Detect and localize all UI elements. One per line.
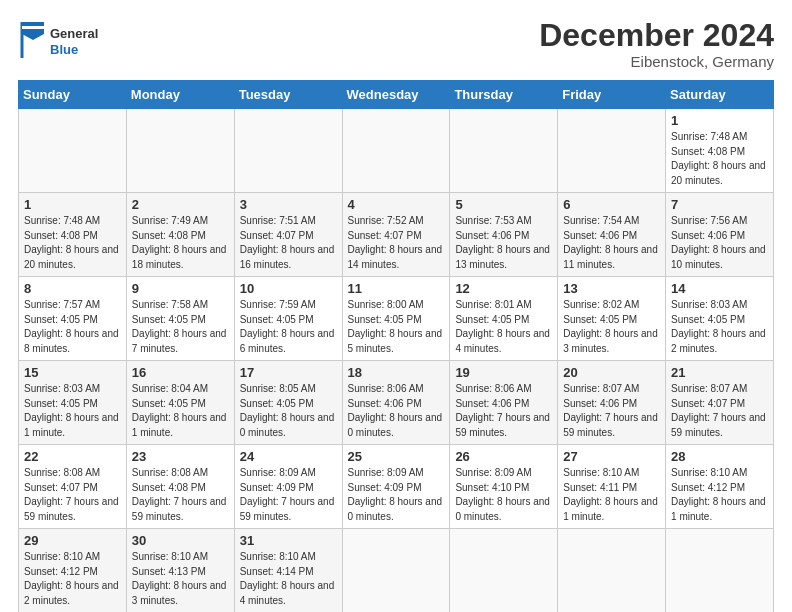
calendar-cell [558,529,666,612]
day-number: 19 [455,365,552,380]
day-info: Sunrise: 8:10 AMSunset: 4:14 PMDaylight:… [240,550,337,608]
calendar-cell: 23Sunrise: 8:08 AMSunset: 4:08 PMDayligh… [126,445,234,529]
calendar-cell: 29Sunrise: 8:10 AMSunset: 4:12 PMDayligh… [19,529,127,612]
calendar-cell: 1Sunrise: 7:48 AMSunset: 4:08 PMDaylight… [666,109,774,193]
day-number: 27 [563,449,660,464]
day-number: 21 [671,365,768,380]
day-number: 22 [24,449,121,464]
calendar-week-row: 1Sunrise: 7:48 AMSunset: 4:08 PMDaylight… [19,193,774,277]
svg-text:Blue: Blue [50,42,78,57]
day-info: Sunrise: 7:56 AMSunset: 4:06 PMDaylight:… [671,214,768,272]
calendar-week-row: 29Sunrise: 8:10 AMSunset: 4:12 PMDayligh… [19,529,774,612]
day-info: Sunrise: 7:48 AMSunset: 4:08 PMDaylight:… [671,130,768,188]
calendar-cell: 1Sunrise: 7:48 AMSunset: 4:08 PMDaylight… [19,193,127,277]
day-info: Sunrise: 8:10 AMSunset: 4:12 PMDaylight:… [24,550,121,608]
day-number: 13 [563,281,660,296]
day-number: 25 [348,449,445,464]
day-info: Sunrise: 8:07 AMSunset: 4:07 PMDaylight:… [671,382,768,440]
day-number: 6 [563,197,660,212]
day-number: 2 [132,197,229,212]
calendar-header-row: Sunday Monday Tuesday Wednesday Thursday… [19,81,774,109]
calendar-cell: 15Sunrise: 8:03 AMSunset: 4:05 PMDayligh… [19,361,127,445]
day-info: Sunrise: 8:09 AMSunset: 4:09 PMDaylight:… [348,466,445,524]
day-number: 9 [132,281,229,296]
calendar-cell: 16Sunrise: 8:04 AMSunset: 4:05 PMDayligh… [126,361,234,445]
day-number: 8 [24,281,121,296]
day-info: Sunrise: 8:04 AMSunset: 4:05 PMDaylight:… [132,382,229,440]
calendar-cell: 13Sunrise: 8:02 AMSunset: 4:05 PMDayligh… [558,277,666,361]
calendar-cell: 4Sunrise: 7:52 AMSunset: 4:07 PMDaylight… [342,193,450,277]
calendar-cell: 8Sunrise: 7:57 AMSunset: 4:05 PMDaylight… [19,277,127,361]
day-number: 4 [348,197,445,212]
day-number: 7 [671,197,768,212]
day-info: Sunrise: 8:09 AMSunset: 4:09 PMDaylight:… [240,466,337,524]
page-container: General Blue December 2024 Eibenstock, G… [0,0,792,612]
col-saturday: Saturday [666,81,774,109]
calendar-cell [450,529,558,612]
header: General Blue December 2024 Eibenstock, G… [18,18,774,70]
day-number: 20 [563,365,660,380]
day-number: 23 [132,449,229,464]
day-info: Sunrise: 8:02 AMSunset: 4:05 PMDaylight:… [563,298,660,356]
calendar-table: Sunday Monday Tuesday Wednesday Thursday… [18,80,774,612]
day-number: 10 [240,281,337,296]
col-sunday: Sunday [19,81,127,109]
col-wednesday: Wednesday [342,81,450,109]
day-info: Sunrise: 8:06 AMSunset: 4:06 PMDaylight:… [455,382,552,440]
day-number: 1 [671,113,768,128]
day-info: Sunrise: 8:01 AMSunset: 4:05 PMDaylight:… [455,298,552,356]
day-info: Sunrise: 7:52 AMSunset: 4:07 PMDaylight:… [348,214,445,272]
day-info: Sunrise: 8:07 AMSunset: 4:06 PMDaylight:… [563,382,660,440]
calendar-cell: 21Sunrise: 8:07 AMSunset: 4:07 PMDayligh… [666,361,774,445]
calendar-cell [666,529,774,612]
calendar-cell [342,109,450,193]
calendar-cell: 27Sunrise: 8:10 AMSunset: 4:11 PMDayligh… [558,445,666,529]
calendar-cell: 30Sunrise: 8:10 AMSunset: 4:13 PMDayligh… [126,529,234,612]
day-number: 28 [671,449,768,464]
day-number: 18 [348,365,445,380]
calendar-cell: 3Sunrise: 7:51 AMSunset: 4:07 PMDaylight… [234,193,342,277]
day-info: Sunrise: 7:53 AMSunset: 4:06 PMDaylight:… [455,214,552,272]
day-info: Sunrise: 8:06 AMSunset: 4:06 PMDaylight:… [348,382,445,440]
svg-text:General: General [50,26,98,41]
day-info: Sunrise: 8:08 AMSunset: 4:08 PMDaylight:… [132,466,229,524]
calendar-cell: 28Sunrise: 8:10 AMSunset: 4:12 PMDayligh… [666,445,774,529]
day-info: Sunrise: 8:08 AMSunset: 4:07 PMDaylight:… [24,466,121,524]
day-info: Sunrise: 7:57 AMSunset: 4:05 PMDaylight:… [24,298,121,356]
calendar-cell: 5Sunrise: 7:53 AMSunset: 4:06 PMDaylight… [450,193,558,277]
day-info: Sunrise: 7:59 AMSunset: 4:05 PMDaylight:… [240,298,337,356]
day-number: 17 [240,365,337,380]
calendar-week-row: 15Sunrise: 8:03 AMSunset: 4:05 PMDayligh… [19,361,774,445]
calendar-cell: 20Sunrise: 8:07 AMSunset: 4:06 PMDayligh… [558,361,666,445]
calendar-cell: 2Sunrise: 7:49 AMSunset: 4:08 PMDaylight… [126,193,234,277]
calendar-cell [450,109,558,193]
logo-svg: General Blue [18,18,128,63]
day-number: 5 [455,197,552,212]
day-info: Sunrise: 7:49 AMSunset: 4:08 PMDaylight:… [132,214,229,272]
calendar-cell: 12Sunrise: 8:01 AMSunset: 4:05 PMDayligh… [450,277,558,361]
calendar-cell: 24Sunrise: 8:09 AMSunset: 4:09 PMDayligh… [234,445,342,529]
day-info: Sunrise: 7:54 AMSunset: 4:06 PMDaylight:… [563,214,660,272]
day-number: 29 [24,533,121,548]
day-number: 3 [240,197,337,212]
svg-marker-5 [22,26,44,29]
day-info: Sunrise: 8:03 AMSunset: 4:05 PMDaylight:… [24,382,121,440]
day-number: 11 [348,281,445,296]
col-friday: Friday [558,81,666,109]
month-title: December 2024 [539,18,774,53]
calendar-cell: 11Sunrise: 8:00 AMSunset: 4:05 PMDayligh… [342,277,450,361]
day-info: Sunrise: 7:48 AMSunset: 4:08 PMDaylight:… [24,214,121,272]
day-number: 26 [455,449,552,464]
calendar-cell: 19Sunrise: 8:06 AMSunset: 4:06 PMDayligh… [450,361,558,445]
calendar-cell: 14Sunrise: 8:03 AMSunset: 4:05 PMDayligh… [666,277,774,361]
day-info: Sunrise: 8:05 AMSunset: 4:05 PMDaylight:… [240,382,337,440]
location: Eibenstock, Germany [539,53,774,70]
day-info: Sunrise: 8:09 AMSunset: 4:10 PMDaylight:… [455,466,552,524]
calendar-cell [234,109,342,193]
col-monday: Monday [126,81,234,109]
day-number: 16 [132,365,229,380]
day-info: Sunrise: 8:10 AMSunset: 4:13 PMDaylight:… [132,550,229,608]
calendar-cell: 10Sunrise: 7:59 AMSunset: 4:05 PMDayligh… [234,277,342,361]
calendar-cell [19,109,127,193]
calendar-cell: 26Sunrise: 8:09 AMSunset: 4:10 PMDayligh… [450,445,558,529]
